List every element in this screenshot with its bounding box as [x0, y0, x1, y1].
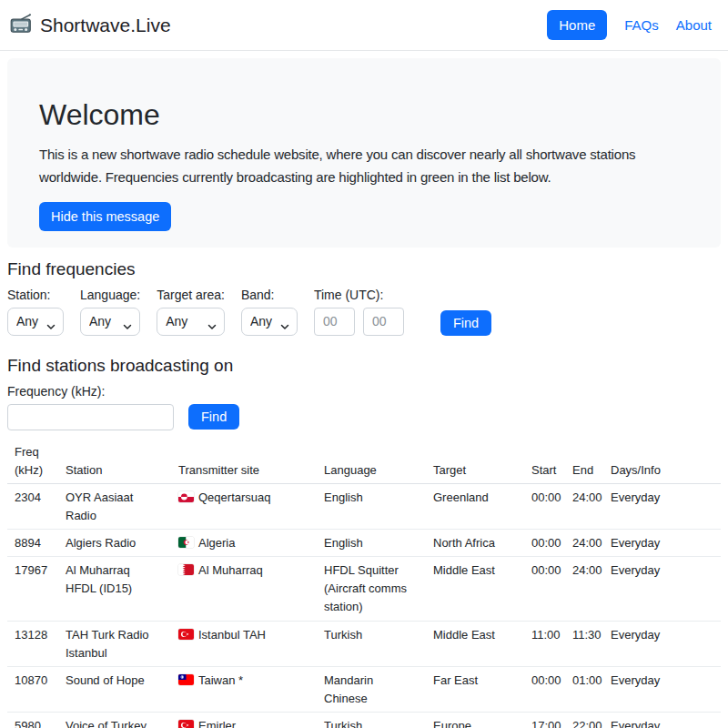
cell-station: Al Muharraq HFDL (ID15): [58, 557, 171, 621]
col-days-info: Days/Info: [603, 441, 721, 484]
cell-target: Greenland: [426, 483, 524, 529]
language-filter: Language: Any: [80, 288, 140, 336]
cell-days-info: Everyday: [603, 621, 721, 666]
cell-target: Far East: [426, 666, 524, 712]
cell-transmitter-site: Emirler: [171, 713, 317, 728]
station-label: Station:: [7, 288, 64, 302]
band-filter: Band: Any: [241, 288, 298, 336]
time-filter: Time (UTC):: [314, 288, 404, 336]
col-station: Station: [58, 441, 171, 484]
cell-transmitter-site: Taiwan *: [171, 666, 317, 712]
nav-about[interactable]: About: [676, 17, 712, 33]
nav-home[interactable]: Home: [547, 10, 607, 40]
target-area-filter: Target area: Any: [157, 288, 225, 336]
cell-end: 22:00: [565, 713, 603, 728]
flag-tw-icon: [178, 674, 194, 685]
find-frequencies-title: Find frequencies: [7, 259, 721, 279]
col-freq: Freq (kHz): [7, 441, 58, 484]
col-transmitter-site: Transmitter site: [171, 441, 317, 484]
band-label: Band:: [241, 288, 298, 302]
schedule-table: Freq (kHz) Station Transmitter site Lang…: [7, 441, 721, 728]
col-end: End: [565, 441, 603, 484]
cell-language: English: [317, 530, 426, 557]
cell-transmitter-site: Algeria: [171, 530, 317, 557]
band-select[interactable]: Any: [241, 308, 298, 336]
cell-days-info: Everyday: [603, 530, 721, 557]
station-select[interactable]: Any: [7, 308, 64, 336]
cell-days-info: Everyday: [603, 483, 721, 529]
cell-freq: 8894: [7, 530, 58, 557]
station-filter: Station: Any: [7, 288, 64, 336]
cell-target: Middle East: [426, 621, 524, 666]
cell-language: Turkish: [317, 621, 426, 666]
cell-start: 00:00: [524, 557, 565, 621]
cell-start: 00:00: [524, 483, 565, 529]
cell-days-info: Everyday: [603, 666, 721, 712]
table-header-row: Freq (kHz) Station Transmitter site Lang…: [7, 441, 721, 484]
target-area-label: Target area:: [157, 288, 225, 302]
cell-station: Voice of Turkey: [58, 713, 171, 728]
cell-language: English: [317, 483, 426, 529]
cell-end: 24:00: [565, 557, 603, 621]
frequency-input[interactable]: [7, 404, 174, 430]
find-frequencies-button[interactable]: Find: [440, 310, 491, 336]
cell-start: 00:00: [524, 530, 565, 557]
welcome-banner: Welcome This is a new shortwave radio sc…: [7, 58, 721, 248]
cell-station: TAH Turk Radio Istanbul: [58, 621, 171, 666]
table-row: 10870Sound of HopeTaiwan *Mandarin Chine…: [7, 666, 721, 712]
time-minute-input[interactable]: [363, 308, 404, 336]
cell-end: 01:00: [565, 666, 603, 712]
main-nav: Home FAQs About: [547, 10, 719, 40]
cell-station: Algiers Radio: [58, 530, 171, 557]
target-area-select[interactable]: Any: [157, 308, 225, 336]
cell-freq: 2304: [7, 483, 58, 529]
radio-icon: [9, 12, 33, 39]
time-utc-label: Time (UTC):: [314, 288, 404, 302]
top-bar: Shortwave.Live Home FAQs About: [0, 0, 728, 51]
table-row: 8894Algiers RadioAlgeriaEnglishNorth Afr…: [7, 530, 721, 557]
cell-freq: 17967: [7, 557, 58, 621]
flag-gl-icon: [178, 491, 194, 502]
col-language: Language: [317, 441, 426, 484]
cell-freq: 10870: [7, 666, 58, 712]
cell-target: Europe: [426, 713, 524, 728]
flag-bh-icon: [178, 564, 194, 575]
filters-row: Station: Any Language: Any: [7, 288, 721, 336]
site-title: Shortwave.Live: [40, 15, 171, 36]
language-label: Language:: [80, 288, 140, 302]
cell-target: Middle East: [426, 557, 524, 621]
cell-end: 11:30: [565, 621, 603, 666]
brand-logo[interactable]: Shortwave.Live: [9, 12, 171, 39]
cell-language: Mandarin Chinese: [317, 666, 426, 712]
cell-language: Turkish: [317, 713, 426, 728]
cell-transmitter-site: Al Muharraq: [171, 557, 317, 621]
cell-start: 17:00: [524, 713, 565, 728]
flag-tr-icon: [178, 629, 194, 640]
table-row: 17967Al Muharraq HFDL (ID15)Al MuharraqH…: [7, 557, 721, 621]
cell-start: 00:00: [524, 666, 565, 712]
find-stations-title: Find stations broadcasting on: [7, 356, 721, 376]
frequency-khz-label: Frequency (kHz):: [7, 384, 721, 399]
cell-start: 11:00: [524, 621, 565, 666]
find-stations-section: Find stations broadcasting on Frequency …: [0, 356, 728, 430]
cell-end: 24:00: [565, 530, 603, 557]
cell-transmitter-site: Qeqertarsuaq: [171, 483, 317, 529]
cell-freq: 13128: [7, 621, 58, 666]
flag-tr-icon: [178, 720, 194, 728]
time-hour-input[interactable]: [314, 308, 355, 336]
table-row: 2304OYR Aasiaat RadioQeqertarsuaqEnglish…: [7, 483, 721, 529]
col-start: Start: [524, 441, 565, 484]
welcome-message: This is a new shortwave radio schedule w…: [39, 144, 665, 189]
nav-faqs[interactable]: FAQs: [624, 17, 659, 33]
cell-station: Sound of Hope: [58, 666, 171, 712]
flag-dz-icon: [178, 537, 194, 548]
hide-message-button[interactable]: Hide this message: [39, 202, 171, 231]
table-row: 5980Voice of TurkeyEmirlerTurkishEurope1…: [7, 713, 721, 728]
cell-days-info: Everyday: [603, 713, 721, 728]
cell-end: 24:00: [565, 483, 603, 529]
col-target: Target: [426, 441, 524, 484]
find-frequencies-section: Find frequencies Station: Any Language: …: [0, 259, 728, 336]
find-stations-button[interactable]: Find: [188, 404, 239, 430]
cell-language: HFDL Squitter (Aircraft comms station): [317, 557, 426, 621]
language-select[interactable]: Any: [80, 308, 140, 336]
